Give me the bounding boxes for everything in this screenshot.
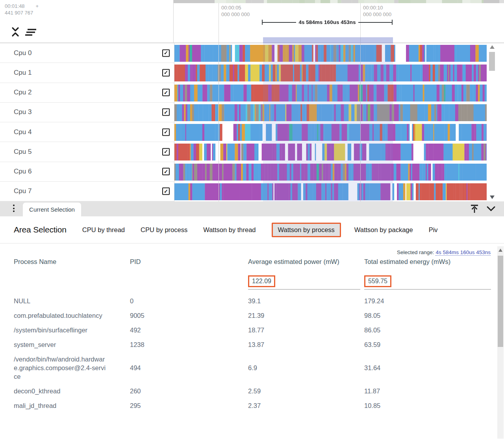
track-checkbox[interactable]: ✓	[162, 69, 170, 76]
timeline-origin-timestamp: 00:01:48+ 441 907 767	[5, 3, 39, 16]
cpu-track-row[interactable]: Cpu 7 ✓	[0, 182, 504, 201]
track-label-cell: Cpu 2 ✓	[0, 83, 174, 103]
cpu-track-canvas[interactable]	[174, 183, 487, 200]
timeline-header: 00:01:48+ 441 907 767 00:00:05000 000 00…	[0, 0, 504, 43]
track-label: Cpu 7	[14, 187, 32, 195]
track-checkbox[interactable]: ✓	[162, 128, 170, 136]
panel-title: Area Selection	[14, 225, 67, 234]
detail-tab-wattson-by-process[interactable]: Wattson by process	[272, 223, 341, 237]
selected-range-link[interactable]: 4s 584ms 160us 453ns	[435, 249, 491, 256]
checkmark-icon: ✓	[164, 129, 168, 135]
detail-tab-cpu-by-thread[interactable]: CPU by thread	[82, 226, 125, 234]
cpu-track-canvas[interactable]	[174, 124, 487, 141]
cpu-track-row[interactable]: Cpu 3 ✓	[0, 103, 504, 122]
collapse-panel-chevron-down-icon[interactable]	[486, 205, 496, 213]
total-energy-cell: 86.05	[364, 326, 491, 334]
detail-tab-piv[interactable]: Piv	[429, 226, 438, 234]
plus-offset-label: +	[36, 3, 39, 9]
track-label-cell: Cpu 4 ✓	[0, 122, 174, 142]
checkmark-icon: ✓	[164, 70, 168, 75]
scrollbar-thumb[interactable]	[498, 256, 503, 347]
avg-power-cell: 39.1	[248, 297, 364, 305]
cpu-track-row[interactable]: Cpu 5 ✓	[0, 142, 504, 162]
avg-power-cell: 13.87	[248, 340, 364, 349]
pid-cell: 494	[130, 363, 248, 372]
col-pid: PID	[130, 257, 248, 266]
scroll-down-icon[interactable]	[490, 196, 495, 199]
track-checkbox[interactable]: ✓	[162, 168, 170, 175]
avg-power-cell: 2.59	[248, 387, 364, 395]
cpu-track-canvas[interactable]	[174, 65, 487, 81]
track-label: Cpu 1	[14, 69, 32, 77]
track-label: Cpu 0	[14, 49, 32, 57]
process-row: mali_jd_thread 295 2.37 10.85	[14, 398, 491, 413]
checkmark-icon: ✓	[164, 90, 168, 95]
process-row: com.prefabulated.touchlatency 9005 21.39…	[14, 308, 491, 323]
checkmark-icon: ✓	[164, 188, 168, 194]
cpu-track-canvas[interactable]	[174, 164, 487, 181]
track-checkbox[interactable]: ✓	[162, 188, 170, 195]
process-name-cell: system_server	[14, 340, 107, 349]
avg-power-cell: 21.39	[248, 311, 364, 320]
range-duration-label: 4s 584ms 160us 453ns	[296, 19, 359, 25]
scroll-up-icon[interactable]	[490, 45, 495, 49]
scrollbar-thumb[interactable]	[489, 52, 495, 71]
track-label-cell: Cpu 5 ✓	[0, 142, 174, 162]
track-checkbox[interactable]: ✓	[162, 89, 170, 96]
cpu-track-canvas[interactable]	[174, 104, 487, 121]
cpu-track-row[interactable]: Cpu 1 ✓	[0, 63, 504, 83]
detail-tab-wattson-by-package[interactable]: Wattson by package	[354, 226, 413, 234]
tab-current-selection[interactable]: Current Selection	[23, 203, 81, 216]
detail-scrollbar[interactable]	[497, 246, 504, 439]
track-checkbox[interactable]: ✓	[162, 49, 170, 57]
checkmark-icon: ✓	[164, 169, 168, 174]
cpu-track-canvas[interactable]	[174, 144, 487, 160]
selected-range-marker: 4s 584ms 160us 453ns	[262, 19, 393, 25]
pid-cell: 9005	[130, 311, 248, 320]
avg-power-cell: 6.9	[248, 363, 364, 372]
collapse-tracks-icon[interactable]	[11, 27, 20, 37]
cpu-track-canvas[interactable]	[174, 45, 487, 62]
pid-cell: 0	[130, 297, 248, 305]
cpu-track-canvas[interactable]	[174, 85, 487, 101]
track-label-cell: Cpu 7 ✓	[0, 182, 174, 201]
process-name-cell: mali_jd_thread	[14, 401, 107, 410]
process-name-cell: com.prefabulated.touchlatency	[14, 311, 107, 320]
panel-menu-kebab-icon[interactable]	[13, 205, 15, 212]
track-checkbox[interactable]: ✓	[162, 109, 170, 116]
detail-tab-wattson-by-thread[interactable]: Wattson by thread	[203, 226, 256, 234]
process-row: system_server 1238 13.87 63.59	[14, 337, 491, 352]
time-tick-label: 00:00:05000 000 000	[221, 4, 250, 18]
tracks-scrollbar[interactable]	[488, 44, 496, 201]
track-label-cell: Cpu 1 ✓	[0, 63, 174, 83]
wattson-process-table: Process Name PID Average estimated power…	[14, 257, 491, 413]
scroll-up-icon[interactable]	[498, 249, 502, 252]
process-name-cell: decon0_kthread	[14, 387, 107, 395]
table-summary-row: 122.09 559.75	[14, 275, 491, 290]
time-tick-label: 00:00:10000 000 000	[363, 4, 391, 18]
checkmark-icon: ✓	[164, 50, 168, 55]
cpu-track-row[interactable]: Cpu 6 ✓	[0, 162, 504, 182]
cpu-track-row[interactable]: Cpu 0 ✓	[0, 43, 504, 63]
flatten-tracks-icon[interactable]	[24, 28, 37, 36]
cpu-tracks-viewport: Cpu 0 ✓ Cpu 1 ✓ Cpu 2 ✓	[0, 43, 504, 201]
selected-range-line: Selected range: 4s 584ms 160us 453ns	[397, 249, 491, 255]
track-label-cell: Cpu 3 ✓	[0, 103, 174, 122]
range-right-tick	[392, 20, 393, 25]
total-energy-cell: 63.59	[364, 340, 491, 349]
total-energy-cell: 11.87	[364, 387, 491, 395]
process-row: NULL 0 39.1 179.24	[14, 293, 491, 308]
process-row: decon0_kthread 260 2.59 11.87	[14, 384, 491, 398]
track-checkbox[interactable]: ✓	[162, 148, 170, 155]
cpu-track-row[interactable]: Cpu 2 ✓	[0, 83, 504, 103]
avg-power-cell: 2.37	[248, 401, 364, 410]
total-energy-cell: 10.85	[364, 401, 491, 410]
detail-tab-cpu-by-process[interactable]: CPU by process	[141, 226, 187, 234]
col-avg-power: Average estimated power (mW)	[248, 257, 341, 266]
cpu-track-row[interactable]: Cpu 4 ✓	[0, 122, 504, 142]
header-divider	[173, 0, 174, 43]
total-energy-cell: 179.24	[364, 297, 491, 305]
total-energy-cell: 98.05	[364, 311, 491, 320]
expand-panel-to-top-icon[interactable]	[469, 204, 480, 214]
timeline-minimap[interactable]	[173, 0, 504, 3]
